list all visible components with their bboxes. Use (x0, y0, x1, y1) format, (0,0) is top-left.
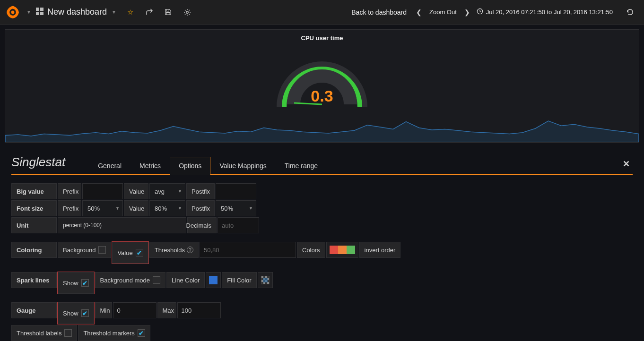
bg-mode-cell: Background mode (95, 272, 166, 288)
prefix-size-label: Prefix (58, 200, 81, 216)
background-checkbox[interactable] (98, 246, 106, 254)
thresholds-input[interactable] (200, 242, 296, 258)
sparkline (5, 114, 639, 142)
value-stat-select[interactable]: avg▼ (149, 183, 185, 199)
postfix-label: Postfix (186, 183, 215, 199)
save-button[interactable] (159, 3, 178, 22)
font-size-header: Font size (11, 200, 57, 216)
color-swatches[interactable] (326, 242, 358, 258)
prefix-label: Prefix (58, 183, 81, 199)
coloring-header: Coloring (11, 242, 57, 258)
tab-options[interactable]: Options (170, 157, 210, 175)
invert-order-button[interactable]: invert order (359, 242, 401, 258)
close-editor-button[interactable]: ✕ (623, 159, 630, 169)
time-next-button[interactable]: ❯ (461, 9, 473, 16)
value-size-select[interactable]: 80%▼ (149, 200, 185, 216)
threshold-markers-cell: Threshold markers ✔ (78, 325, 150, 341)
threshold-labels-cell: Threshold labels (11, 325, 77, 341)
time-range-picker[interactable]: Jul 20, 2016 07:21:50 to Jul 20, 2016 13… (477, 8, 613, 16)
top-navbar: ▼ New dashboard ▼ ☆ Back to dashboard ❮ … (0, 0, 644, 25)
line-color-label: Line Color (166, 272, 205, 288)
svg-rect-2 (40, 8, 44, 11)
chevron-down-icon: ▼ (112, 9, 116, 15)
gauge-show-cell: Show ✔ (58, 302, 94, 324)
gauge-header: Gauge (11, 302, 57, 318)
min-input[interactable] (113, 302, 157, 318)
tab-general[interactable]: General (89, 157, 131, 175)
tab-time-range[interactable]: Time range (276, 157, 327, 175)
dashboard-grid-icon (36, 8, 44, 17)
max-label: Max (157, 302, 176, 318)
tab-value-mappings[interactable]: Value Mappings (210, 157, 275, 175)
color-value-checkbox[interactable]: ✔ (136, 249, 143, 256)
threshold-markers-checkbox[interactable]: ✔ (138, 329, 145, 337)
big-value-header: Big value (11, 183, 57, 199)
value-size-label: Value (124, 200, 148, 216)
postfix-input[interactable] (216, 183, 256, 199)
colors-label: Colors (297, 242, 325, 258)
grafana-logo[interactable] (5, 3, 24, 22)
back-to-dashboard-link[interactable]: Back to dashboard (351, 9, 407, 16)
svg-rect-3 (36, 12, 39, 15)
spark-show-checkbox[interactable]: ✔ (81, 279, 89, 287)
color-value-check-cell: Value ✔ (112, 242, 148, 264)
singlestat-panel[interactable]: CPU user time 0.3 (5, 29, 639, 143)
clock-icon (477, 8, 483, 16)
bg-mode-checkbox[interactable] (153, 276, 160, 284)
logo-dropdown-icon[interactable]: ▼ (26, 9, 31, 15)
decimals-label: Decimals (187, 217, 217, 233)
settings-button[interactable] (178, 3, 197, 22)
star-button[interactable]: ☆ (121, 3, 140, 22)
editor-type-title: Singlestat (11, 155, 65, 174)
line-color-picker[interactable] (206, 272, 221, 288)
min-label: Min (95, 302, 112, 318)
max-input[interactable] (177, 302, 221, 318)
panel-title: CPU user time (5, 30, 639, 42)
threshold-labels-checkbox[interactable] (64, 329, 72, 337)
time-prev-button[interactable]: ❮ (413, 9, 425, 16)
sparklines-header: Spark lines (11, 272, 57, 288)
decimals-input[interactable] (218, 217, 259, 233)
unit-select[interactable]: percent (0-100) (58, 217, 186, 233)
svg-point-5 (186, 11, 188, 13)
thresholds-label: Thresholds ? (149, 242, 199, 258)
background-check-cell: Background (58, 242, 111, 258)
svg-point-0 (11, 10, 15, 14)
gauge-value: 0.3 (311, 87, 333, 105)
postfix-size-select[interactable]: 50%▼ (216, 200, 256, 216)
unit-header: Unit (11, 217, 57, 233)
prefix-input[interactable] (82, 183, 123, 199)
zoom-out-button[interactable]: Zoom Out (427, 9, 459, 16)
refresh-button[interactable] (620, 3, 639, 22)
gauge-show-checkbox[interactable]: ✔ (81, 309, 89, 317)
dashboard-picker[interactable]: New dashboard ▼ (31, 7, 121, 17)
tab-metrics[interactable]: Metrics (131, 157, 170, 175)
time-range-label: Jul 20, 2016 07:21:50 to Jul 20, 2016 13… (486, 9, 613, 16)
svg-rect-4 (40, 12, 44, 15)
time-nav: ❮ Zoom Out ❯ (413, 9, 473, 16)
panel-editor: Singlestat General Metrics Options Value… (0, 147, 644, 341)
share-button[interactable] (140, 3, 159, 22)
prefix-size-select[interactable]: 50%▼ (82, 200, 123, 216)
fill-color-label: Fill Color (222, 272, 256, 288)
help-icon[interactable]: ? (187, 247, 193, 253)
svg-rect-1 (36, 8, 39, 11)
spark-show-cell: Show ✔ (58, 272, 94, 294)
dashboard-title: New dashboard (47, 7, 107, 17)
postfix-size-label: Postfix (186, 200, 215, 216)
fill-color-picker[interactable] (258, 272, 273, 288)
value-label: Value (124, 183, 148, 199)
